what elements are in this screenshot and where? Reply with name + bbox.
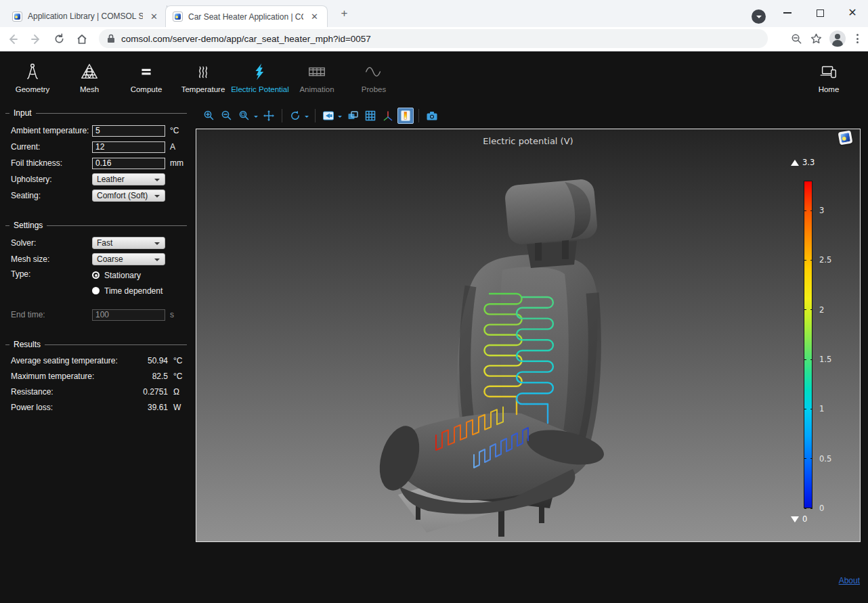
reload-button[interactable] (49, 30, 69, 49)
triangle-down-icon (791, 516, 799, 522)
scene-light-button[interactable] (320, 108, 337, 124)
rotate-button[interactable] (287, 108, 303, 124)
rotate-caret-icon[interactable] (305, 116, 309, 120)
address-bar[interactable]: comsol.com/server-demo/app/car_seat_heat… (99, 29, 768, 48)
tab-title: Application Library | COMSOL Se (28, 12, 143, 21)
result-value: 50.94 (135, 356, 168, 365)
seating-dropdown[interactable]: Comfort (Soft) (92, 189, 165, 202)
bookmark-star-icon[interactable] (810, 32, 823, 45)
current-input[interactable] (92, 141, 165, 153)
ribbon-button-mesh[interactable]: Mesh (61, 54, 118, 100)
scene-light-caret-icon[interactable] (338, 116, 342, 120)
result-power-loss: Power loss: 39.61 W (11, 403, 187, 412)
caret-down-icon (756, 16, 762, 21)
minimize-icon (783, 12, 791, 14)
field-unit: s (170, 310, 174, 319)
result-maximum-temperature: Maximum temperature: 82.5 °C (11, 372, 187, 381)
zoom-box-button[interactable] (236, 108, 253, 124)
foil-thickness-input[interactable] (92, 158, 165, 169)
transparency-icon (346, 109, 360, 122)
ribbon-button-probes: Probes (345, 54, 402, 100)
field-unit: mm (170, 158, 183, 168)
devices-icon (819, 62, 839, 82)
close-icon: ✕ (848, 7, 856, 18)
tab-search-button[interactable] (752, 9, 766, 24)
result-unit: °C (173, 356, 187, 365)
radio-stationary[interactable]: Stationary (92, 269, 162, 281)
zoom-out-icon (220, 109, 234, 122)
field-current: Current: A (11, 141, 187, 153)
window-close-button[interactable]: ✕ (837, 0, 868, 26)
browser-navbar: comsol.com/server-demo/app/car_seat_heat… (0, 27, 868, 51)
browser-tab-application-library[interactable]: Application Library | COMSOL Se ✕ (5, 5, 167, 27)
mesh-triangle-icon (79, 62, 100, 82)
radio-label: Time dependent (104, 286, 162, 296)
colorbar-tick-label: 1.5 (819, 355, 831, 364)
tab-title: Car Seat Heater Application | CO (188, 12, 303, 22)
profile-avatar[interactable] (829, 30, 846, 47)
zoom-in-button[interactable] (201, 108, 217, 124)
result-label: Maximum temperature: (11, 372, 135, 381)
zoom-box-caret-icon[interactable] (254, 116, 258, 120)
ribbon-button-home[interactable]: Home (800, 54, 857, 100)
color-legend-button[interactable] (397, 108, 414, 124)
radio-button-icon[interactable] (92, 287, 100, 294)
ribbon-button-animation: Animation (288, 54, 345, 100)
about-link[interactable]: About (839, 576, 860, 585)
ribbon-button-compute[interactable]: Compute (118, 54, 175, 100)
back-button[interactable] (3, 30, 23, 49)
radio-button-icon[interactable] (92, 271, 100, 279)
upholstery-dropdown[interactable]: Leather (92, 173, 165, 185)
window-minimize-button[interactable] (772, 0, 803, 26)
zoom-out-page-icon[interactable] (790, 32, 803, 45)
graphics-area: Electric potential (V) (195, 103, 868, 603)
section-title-settings: Settings (11, 221, 187, 230)
forward-button[interactable] (26, 30, 46, 49)
dropdown-value: Leather (97, 175, 125, 184)
parameters-panel: Input Ambient temperature: °C Current: A… (0, 103, 195, 603)
result-label: Average seating temperature: (11, 356, 135, 365)
field-label: End time: (11, 310, 92, 319)
end-time-input (92, 309, 165, 321)
grid-button[interactable] (362, 108, 378, 124)
ribbon-button-temperature[interactable]: Temperature (175, 54, 232, 100)
heat-waves-icon (193, 62, 213, 82)
snapshot-button[interactable] (424, 108, 440, 124)
zoom-in-icon (202, 109, 216, 122)
solver-dropdown[interactable]: Fast (92, 237, 165, 249)
transparency-button[interactable] (345, 108, 361, 124)
field-seating: Seating: Comfort (Soft) (11, 189, 187, 202)
field-label-type: Type: (11, 269, 92, 300)
new-tab-button[interactable]: + (339, 8, 350, 20)
tab-close-icon[interactable]: ✕ (148, 12, 160, 22)
axis-orientation-icon (381, 109, 395, 122)
headrest-post (562, 238, 569, 259)
result-value: 82.5 (135, 372, 168, 381)
zoom-out-button[interactable] (219, 108, 235, 124)
axis-orientation-button[interactable] (380, 108, 396, 124)
padlock-icon (107, 34, 115, 43)
zoom-extents-button[interactable] (261, 108, 277, 124)
colorbar (804, 181, 812, 508)
window-maximize-button[interactable] (804, 0, 836, 26)
scene-light-icon (322, 109, 335, 122)
zoom-extents-icon (262, 109, 276, 122)
rotate-icon (288, 109, 302, 122)
radio-time-dependent[interactable]: Time dependent (92, 285, 162, 296)
mesh-size-dropdown[interactable]: Coarse (92, 253, 165, 265)
ambient-temperature-input[interactable] (92, 125, 165, 137)
result-label: Power loss: (11, 403, 135, 412)
car-seat-3d-model (196, 129, 860, 541)
ribbon-button-electric-potential[interactable]: Electric Potential (232, 54, 288, 100)
browser-menu-button[interactable] (852, 34, 863, 43)
section-title-input: Input (11, 108, 187, 118)
colorbar-tick-label: 2 (819, 305, 824, 315)
comsol-favicon (173, 12, 183, 22)
home-button[interactable] (72, 30, 92, 49)
tab-close-icon[interactable]: ✕ (309, 12, 320, 22)
field-label: Solver: (11, 238, 92, 248)
ribbon-button-geometry[interactable]: Geometry (4, 54, 61, 100)
browser-tab-car-seat-heater[interactable]: Car Seat Heater Application | CO ✕ (165, 5, 328, 27)
plot-canvas[interactable]: Electric potential (V) (196, 129, 861, 542)
field-upholstery: Upholstery: Leather (11, 173, 187, 185)
